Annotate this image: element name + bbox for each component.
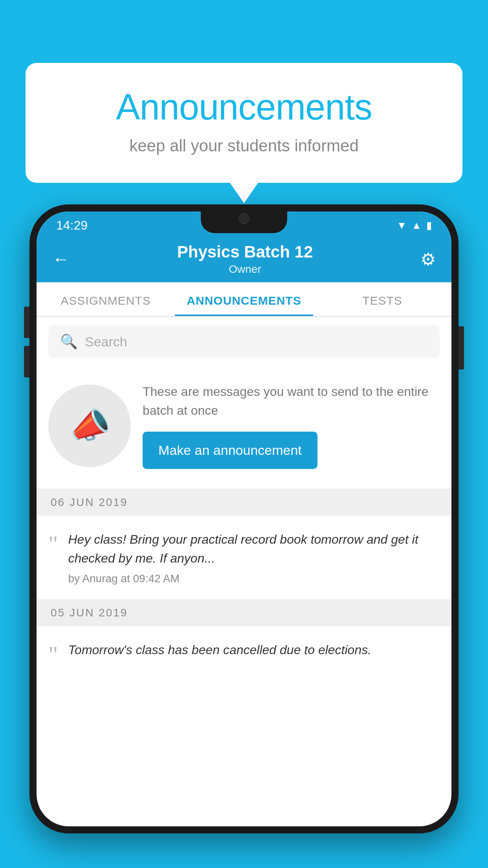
settings-icon[interactable]: ⚙	[420, 249, 436, 269]
quote-icon-2: "	[48, 643, 58, 666]
phone-screen: 14:29 ▼ ▲ ▮ ← Physics Batch 12 Owner ⚙	[37, 211, 451, 826]
search-input[interactable]: Search	[85, 334, 127, 349]
announcement-icon-circle: 📣	[48, 384, 131, 467]
header-center: Physics Batch 12 Owner	[70, 243, 420, 276]
volume-up-button[interactable]	[24, 307, 29, 338]
announcement-text-1: Hey class! Bring your practical record b…	[68, 530, 440, 568]
status-time: 14:29	[56, 218, 88, 233]
tabs-container: ASSIGNMENTS ANNOUNCEMENTS TESTS	[37, 282, 451, 317]
phone-camera	[238, 213, 250, 224]
speech-bubble: Announcements keep all your students inf…	[26, 63, 462, 183]
tab-announcements[interactable]: ANNOUNCEMENTS	[175, 282, 313, 316]
tab-assignments[interactable]: ASSIGNMENTS	[37, 282, 175, 316]
search-container: 🔍 Search	[37, 317, 451, 366]
wifi-icon: ▼	[397, 219, 407, 232]
announcement-meta-1: by Anurag at 09:42 AM	[68, 572, 440, 585]
date-separator-2: 05 JUN 2019	[37, 600, 451, 626]
status-icons: ▼ ▲ ▮	[397, 219, 432, 232]
announcement-text-2: Tomorrow's class has been cancelled due …	[68, 640, 440, 659]
header-subtitle: Owner	[70, 263, 420, 276]
quote-icon-1: "	[48, 532, 58, 556]
header-title: Physics Batch 12	[70, 243, 420, 261]
search-icon: 🔍	[60, 333, 78, 350]
app-header: ← Physics Batch 12 Owner ⚙	[37, 236, 451, 282]
promo-area: 📣 These are messages you want to send to…	[37, 366, 451, 489]
announcement-content-2: Tomorrow's class has been cancelled due …	[68, 640, 440, 664]
battery-icon: ▮	[426, 219, 432, 232]
speech-bubble-container: Announcements keep all your students inf…	[26, 63, 462, 183]
bubble-title: Announcements	[57, 86, 431, 128]
power-button[interactable]	[459, 326, 464, 370]
megaphone-icon: 📣	[66, 403, 114, 449]
phone-container: 14:29 ▼ ▲ ▮ ← Physics Batch 12 Owner ⚙	[29, 204, 459, 868]
tab-tests[interactable]: TESTS	[313, 282, 451, 316]
bubble-subtitle: keep all your students informed	[57, 136, 431, 155]
phone-frame: 14:29 ▼ ▲ ▮ ← Physics Batch 12 Owner ⚙	[29, 204, 459, 833]
search-box[interactable]: 🔍 Search	[48, 326, 440, 358]
announcement-item-1[interactable]: " Hey class! Bring your practical record…	[37, 516, 451, 600]
promo-content: These are messages you want to send to t…	[143, 382, 440, 469]
back-button[interactable]: ←	[52, 249, 70, 269]
make-announcement-button[interactable]: Make an announcement	[143, 432, 317, 469]
announcement-content-1: Hey class! Bring your practical record b…	[68, 530, 440, 585]
announcement-item-2[interactable]: " Tomorrow's class has been cancelled du…	[37, 626, 451, 680]
promo-description: These are messages you want to send to t…	[143, 382, 440, 420]
volume-down-button[interactable]	[24, 346, 29, 377]
signal-icon: ▲	[411, 219, 422, 232]
date-separator-1: 06 JUN 2019	[37, 489, 451, 516]
